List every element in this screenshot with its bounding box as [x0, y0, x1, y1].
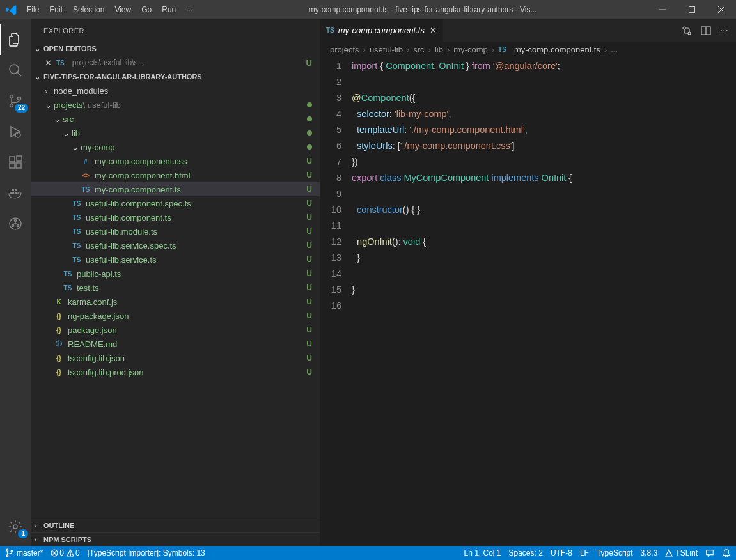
menu-run[interactable]: Run: [157, 3, 181, 17]
file-my-comp.component.ts[interactable]: TSmy-comp.component.tsU: [31, 182, 320, 196]
workspace-header[interactable]: ⌄ FIVE-TIPS-FOR-ANGULAR-LIBRARY-AUTHORS: [31, 70, 320, 84]
npm-scripts-header[interactable]: › NPM SCRIPTS: [31, 532, 320, 546]
tree-label: my-comp: [81, 143, 114, 152]
file-tsconfig.lib.prod.json[interactable]: {}tsconfig.lib.prod.jsonU: [31, 365, 320, 379]
settings-gear-icon[interactable]: 1: [0, 511, 31, 542]
cursor-position-status[interactable]: Ln 1, Col 1: [464, 548, 501, 557]
breadcrumb-segment[interactable]: useful-lib: [370, 45, 403, 54]
close-icon[interactable]: ✕: [430, 26, 437, 35]
feedback-icon[interactable]: [705, 548, 714, 557]
close-button[interactable]: [707, 0, 736, 19]
breadcrumb-segment[interactable]: src: [413, 45, 424, 54]
encoding-status[interactable]: UTF-8: [551, 548, 572, 557]
file-useful-lib.service.spec.ts[interactable]: TSuseful-lib.service.spec.tsU: [31, 238, 320, 253]
svg-point-24: [683, 27, 685, 29]
folder-my-comp[interactable]: ⌄my-comp: [31, 140, 320, 154]
code-content[interactable]: import { Component, OnInit } from '@angu…: [352, 57, 572, 546]
indentation-status[interactable]: Spaces: 2: [509, 548, 543, 557]
tree-label: useful-lib.service.spec.ts: [86, 241, 176, 251]
breadcrumb-segment[interactable]: lib: [435, 45, 443, 54]
svg-rect-11: [10, 163, 15, 168]
file-useful-lib.component.spec.ts[interactable]: TSuseful-lib.component.spec.tsU: [31, 196, 320, 210]
file-my-comp.component.css[interactable]: #my-comp.component.cssU: [31, 154, 320, 168]
docker-icon[interactable]: [0, 178, 31, 208]
ts-importer-status[interactable]: [TypeScript Importer]: Symbols: 13: [88, 548, 205, 557]
more-actions-icon[interactable]: ···: [720, 25, 728, 36]
file-useful-lib.component.ts[interactable]: TSuseful-lib.component.tsU: [31, 210, 320, 224]
svg-rect-13: [17, 156, 22, 161]
editor-tab[interactable]: TS my-comp.component.ts ✕: [320, 19, 444, 42]
menu-bar: FileEditSelectionViewGoRun: [22, 3, 181, 17]
file-my-comp.component.html[interactable]: <>my-comp.component.htmlU: [31, 168, 320, 182]
breadcrumb[interactable]: projects›useful-lib›src›lib›my-comp›TSmy…: [320, 42, 736, 57]
menu-go[interactable]: Go: [136, 3, 157, 17]
folder-src[interactable]: ⌄src: [31, 112, 320, 126]
tree-label: projects: [54, 100, 83, 110]
menu-view[interactable]: View: [109, 3, 136, 17]
search-icon[interactable]: [0, 55, 31, 86]
file-useful-lib.service.ts[interactable]: TSuseful-lib.service.tsU: [31, 253, 320, 267]
problems-status[interactable]: 0 0: [51, 548, 79, 557]
compare-changes-icon[interactable]: [682, 26, 692, 36]
ts-version-status[interactable]: 3.8.3: [641, 548, 658, 557]
file-ng-package.json[interactable]: {}ng-package.jsonU: [31, 309, 320, 323]
explorer-icon[interactable]: [0, 24, 31, 55]
notifications-icon[interactable]: [722, 548, 731, 557]
extensions-icon[interactable]: [0, 147, 31, 178]
open-editor-item[interactable]: ✕ TS projects\useful-lib\s... U: [31, 56, 320, 70]
git-graph-icon[interactable]: [0, 208, 31, 239]
source-control-icon[interactable]: 22: [0, 86, 31, 116]
file-README.md[interactable]: ⓘREADME.mdU: [31, 337, 320, 351]
chevron-right-icon: ›: [35, 536, 43, 543]
line-number: 10: [320, 202, 341, 218]
outline-header[interactable]: › OUTLINE: [31, 518, 320, 532]
file-useful-lib.module.ts[interactable]: TSuseful-lib.module.tsU: [31, 224, 320, 238]
line-number: 11: [320, 218, 341, 234]
tree-label: README.md: [68, 339, 117, 349]
menu-selection[interactable]: Selection: [68, 3, 109, 17]
git-branch-status[interactable]: master*: [5, 548, 43, 557]
svg-point-25: [688, 32, 691, 35]
open-editors-header[interactable]: ⌄ OPEN EDITORS: [31, 42, 320, 56]
git-untracked-badge: U: [306, 325, 312, 334]
vscode-logo-icon: [0, 4, 22, 15]
menu-more[interactable]: ···: [181, 3, 198, 17]
file-package.json[interactable]: {}package.jsonU: [31, 323, 320, 337]
file-test.ts[interactable]: TStest.tsU: [31, 281, 320, 295]
svg-line-5: [17, 72, 21, 76]
git-untracked-badge: U: [306, 339, 312, 348]
svg-point-7: [10, 104, 13, 107]
tslint-status[interactable]: TSLint: [665, 548, 698, 557]
code-editor[interactable]: 12345678910111213141516 import { Compone…: [320, 57, 736, 546]
file-public-api.ts[interactable]: TSpublic-api.tsU: [31, 267, 320, 281]
window-title: my-comp.component.ts - five-tips-for-ang…: [198, 5, 648, 14]
menu-edit[interactable]: Edit: [44, 3, 68, 17]
svg-point-4: [10, 65, 19, 74]
folder-node_modules[interactable]: ›node_modules: [31, 84, 320, 98]
file-type-icon: #: [81, 158, 91, 165]
breadcrumb-more[interactable]: ...: [611, 45, 618, 54]
tree-label: useful-lib.module.ts: [86, 227, 157, 237]
menu-file[interactable]: File: [22, 3, 44, 17]
file-karma.conf.js[interactable]: Kkarma.conf.jsU: [31, 295, 320, 309]
close-icon[interactable]: ✕: [45, 58, 54, 68]
run-debug-icon[interactable]: [0, 116, 31, 147]
folder-lib[interactable]: ⌄lib: [31, 126, 320, 140]
breadcrumb-file[interactable]: my-comp.component.ts: [514, 45, 600, 54]
chevron-right-icon: ›: [363, 45, 366, 54]
folder-projects[interactable]: ⌄projects \ useful-lib: [31, 98, 320, 112]
file-type-icon: {}: [54, 313, 64, 320]
tree-path: \ useful-lib: [83, 100, 121, 110]
file-tsconfig.lib.json[interactable]: {}tsconfig.lib.jsonU: [31, 351, 320, 365]
minimize-button[interactable]: [648, 0, 677, 19]
svg-point-28: [6, 549, 8, 551]
split-editor-icon[interactable]: [701, 26, 711, 36]
npm-scripts-label: NPM SCRIPTS: [43, 536, 91, 543]
breadcrumb-segment[interactable]: my-comp: [453, 45, 487, 54]
language-mode-status[interactable]: TypeScript: [597, 548, 633, 557]
svg-point-30: [11, 550, 13, 552]
activity-bar: 22 1: [0, 19, 31, 546]
breadcrumb-segment[interactable]: projects: [330, 45, 359, 54]
maximize-button[interactable]: [677, 0, 707, 19]
eol-status[interactable]: LF: [580, 548, 589, 557]
